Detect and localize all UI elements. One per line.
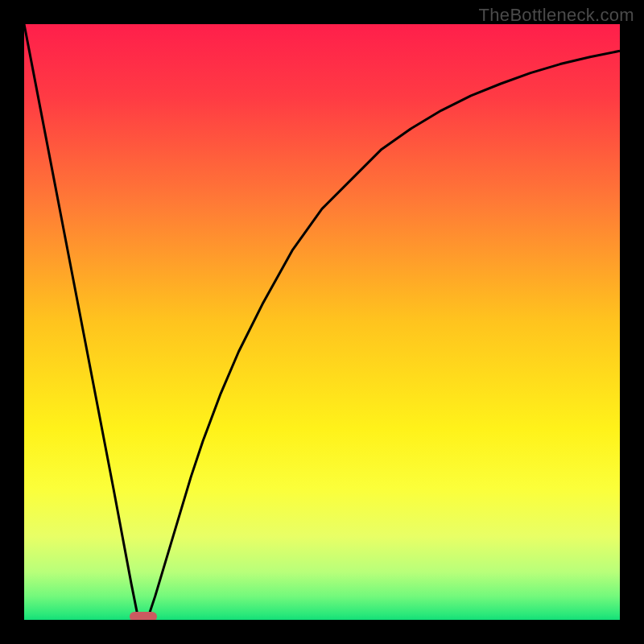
curve-layer — [24, 24, 620, 620]
chart-frame: TheBottleneck.com — [0, 0, 644, 644]
watermark-text: TheBottleneck.com — [479, 5, 634, 26]
bottleneck-curve — [24, 24, 620, 620]
optimal-point-marker — [130, 612, 157, 620]
plot-area — [24, 24, 620, 620]
